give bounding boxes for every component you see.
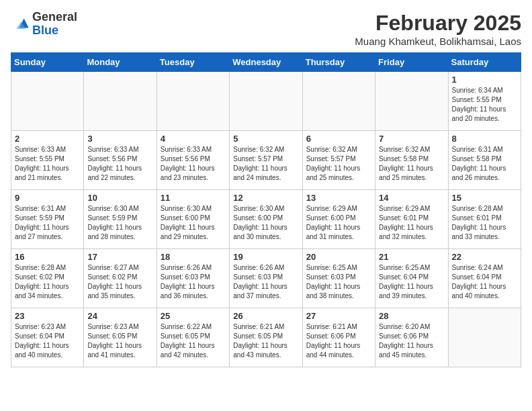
day-header-thursday: Thursday	[302, 53, 375, 72]
calendar-cell: 5Sunrise: 6:32 AM Sunset: 5:57 PM Daylig…	[230, 131, 302, 190]
day-info: Sunrise: 6:31 AM Sunset: 5:59 PM Dayligh…	[15, 204, 80, 242]
day-number: 10	[87, 193, 152, 203]
calendar-cell: 20Sunrise: 6:25 AM Sunset: 6:03 PM Dayli…	[302, 249, 375, 308]
calendar-cell	[230, 72, 302, 131]
day-number: 5	[233, 134, 298, 144]
day-header-monday: Monday	[84, 53, 157, 72]
day-info: Sunrise: 6:23 AM Sunset: 6:05 PM Dayligh…	[87, 322, 152, 360]
day-number: 13	[306, 193, 371, 203]
calendar-cell: 15Sunrise: 6:28 AM Sunset: 6:01 PM Dayli…	[448, 190, 521, 249]
calendar-cell	[11, 72, 84, 131]
calendar-cell: 14Sunrise: 6:29 AM Sunset: 6:01 PM Dayli…	[375, 190, 448, 249]
day-info: Sunrise: 6:29 AM Sunset: 6:01 PM Dayligh…	[379, 204, 444, 242]
calendar-cell: 6Sunrise: 6:32 AM Sunset: 5:57 PM Daylig…	[302, 131, 375, 190]
day-number: 28	[379, 311, 444, 321]
calendar-week-5: 23Sunrise: 6:23 AM Sunset: 6:04 PM Dayli…	[11, 308, 521, 367]
day-number: 23	[15, 311, 80, 321]
day-number: 4	[161, 134, 226, 144]
day-number: 26	[233, 311, 298, 321]
day-number: 22	[452, 252, 517, 262]
day-info: Sunrise: 6:20 AM Sunset: 6:06 PM Dayligh…	[379, 322, 444, 360]
day-header-sunday: Sunday	[11, 53, 84, 72]
day-info: Sunrise: 6:27 AM Sunset: 6:02 PM Dayligh…	[87, 263, 152, 301]
page-header: General Blue February 2025 Muang Khamkeu…	[11, 11, 521, 47]
day-number: 2	[15, 134, 80, 144]
day-number: 6	[306, 134, 371, 144]
calendar-cell: 16Sunrise: 6:28 AM Sunset: 6:02 PM Dayli…	[11, 249, 84, 308]
calendar-cell: 10Sunrise: 6:30 AM Sunset: 5:59 PM Dayli…	[84, 190, 157, 249]
calendar-cell: 1Sunrise: 6:34 AM Sunset: 5:55 PM Daylig…	[448, 72, 521, 131]
calendar-cell: 26Sunrise: 6:21 AM Sunset: 6:05 PM Dayli…	[230, 308, 302, 367]
logo-blue-text: Blue	[32, 24, 58, 37]
calendar-cell	[448, 308, 521, 367]
day-info: Sunrise: 6:33 AM Sunset: 5:56 PM Dayligh…	[161, 145, 226, 183]
calendar-cell	[302, 72, 375, 131]
logo: General Blue	[11, 11, 77, 38]
day-info: Sunrise: 6:26 AM Sunset: 6:03 PM Dayligh…	[161, 263, 226, 301]
day-info: Sunrise: 6:21 AM Sunset: 6:05 PM Dayligh…	[233, 322, 298, 360]
day-number: 27	[306, 311, 371, 321]
day-info: Sunrise: 6:24 AM Sunset: 6:04 PM Dayligh…	[452, 263, 517, 301]
calendar-header: SundayMondayTuesdayWednesdayThursdayFrid…	[11, 53, 521, 72]
day-info: Sunrise: 6:29 AM Sunset: 6:00 PM Dayligh…	[306, 204, 371, 242]
day-number: 9	[15, 193, 80, 203]
day-number: 24	[87, 311, 152, 321]
day-info: Sunrise: 6:31 AM Sunset: 5:58 PM Dayligh…	[452, 145, 517, 183]
calendar-cell: 13Sunrise: 6:29 AM Sunset: 6:00 PM Dayli…	[302, 190, 375, 249]
calendar-cell: 19Sunrise: 6:26 AM Sunset: 6:03 PM Dayli…	[230, 249, 302, 308]
day-info: Sunrise: 6:28 AM Sunset: 6:02 PM Dayligh…	[15, 263, 80, 301]
day-info: Sunrise: 6:25 AM Sunset: 6:04 PM Dayligh…	[379, 263, 444, 301]
day-info: Sunrise: 6:26 AM Sunset: 6:03 PM Dayligh…	[233, 263, 298, 301]
day-info: Sunrise: 6:23 AM Sunset: 6:04 PM Dayligh…	[15, 322, 80, 360]
day-number: 25	[161, 311, 226, 321]
day-info: Sunrise: 6:30 AM Sunset: 6:00 PM Dayligh…	[233, 204, 298, 242]
calendar-cell: 21Sunrise: 6:25 AM Sunset: 6:04 PM Dayli…	[375, 249, 448, 308]
logo-general-text: General	[32, 10, 77, 24]
day-info: Sunrise: 6:32 AM Sunset: 5:57 PM Dayligh…	[306, 145, 371, 183]
title-block: February 2025 Muang Khamkeut, Bolikhamsa…	[355, 11, 521, 47]
calendar-cell: 18Sunrise: 6:26 AM Sunset: 6:03 PM Dayli…	[157, 249, 229, 308]
day-number: 3	[87, 134, 152, 144]
calendar-cell	[84, 72, 157, 131]
day-info: Sunrise: 6:32 AM Sunset: 5:58 PM Dayligh…	[379, 145, 444, 183]
calendar-cell: 9Sunrise: 6:31 AM Sunset: 5:59 PM Daylig…	[11, 190, 84, 249]
days-of-week-row: SundayMondayTuesdayWednesdayThursdayFrid…	[11, 53, 521, 72]
day-number: 21	[379, 252, 444, 262]
day-info: Sunrise: 6:25 AM Sunset: 6:03 PM Dayligh…	[306, 263, 371, 301]
day-header-friday: Friday	[375, 53, 448, 72]
day-info: Sunrise: 6:28 AM Sunset: 6:01 PM Dayligh…	[452, 204, 517, 242]
calendar-week-1: 1Sunrise: 6:34 AM Sunset: 5:55 PM Daylig…	[11, 72, 521, 131]
day-number: 11	[161, 193, 226, 203]
day-number: 18	[161, 252, 226, 262]
day-header-tuesday: Tuesday	[157, 53, 229, 72]
calendar-cell: 11Sunrise: 6:30 AM Sunset: 6:00 PM Dayli…	[157, 190, 229, 249]
calendar-cell	[375, 72, 448, 131]
month-title: February 2025	[355, 11, 521, 36]
calendar-week-2: 2Sunrise: 6:33 AM Sunset: 5:55 PM Daylig…	[11, 131, 521, 190]
calendar-cell: 24Sunrise: 6:23 AM Sunset: 6:05 PM Dayli…	[84, 308, 157, 367]
day-info: Sunrise: 6:33 AM Sunset: 5:55 PM Dayligh…	[15, 145, 80, 183]
day-number: 15	[452, 193, 517, 203]
day-info: Sunrise: 6:34 AM Sunset: 5:55 PM Dayligh…	[452, 86, 517, 124]
day-number: 16	[15, 252, 80, 262]
day-number: 7	[379, 134, 444, 144]
day-number: 8	[452, 134, 517, 144]
calendar-cell: 12Sunrise: 6:30 AM Sunset: 6:00 PM Dayli…	[230, 190, 302, 249]
day-info: Sunrise: 6:30 AM Sunset: 6:00 PM Dayligh…	[161, 204, 226, 242]
calendar-cell: 22Sunrise: 6:24 AM Sunset: 6:04 PM Dayli…	[448, 249, 521, 308]
logo-icon	[11, 15, 30, 34]
day-number: 19	[233, 252, 298, 262]
calendar-week-3: 9Sunrise: 6:31 AM Sunset: 5:59 PM Daylig…	[11, 190, 521, 249]
day-number: 1	[452, 75, 517, 85]
calendar-cell: 3Sunrise: 6:33 AM Sunset: 5:56 PM Daylig…	[84, 131, 157, 190]
calendar-cell: 23Sunrise: 6:23 AM Sunset: 6:04 PM Dayli…	[11, 308, 84, 367]
calendar-cell: 28Sunrise: 6:20 AM Sunset: 6:06 PM Dayli…	[375, 308, 448, 367]
day-number: 14	[379, 193, 444, 203]
calendar-table: SundayMondayTuesdayWednesdayThursdayFrid…	[11, 52, 521, 367]
calendar-cell: 27Sunrise: 6:21 AM Sunset: 6:06 PM Dayli…	[302, 308, 375, 367]
calendar-cell	[157, 72, 229, 131]
calendar-cell: 8Sunrise: 6:31 AM Sunset: 5:58 PM Daylig…	[448, 131, 521, 190]
day-number: 12	[233, 193, 298, 203]
calendar-body: 1Sunrise: 6:34 AM Sunset: 5:55 PM Daylig…	[11, 72, 521, 367]
calendar-cell: 4Sunrise: 6:33 AM Sunset: 5:56 PM Daylig…	[157, 131, 229, 190]
